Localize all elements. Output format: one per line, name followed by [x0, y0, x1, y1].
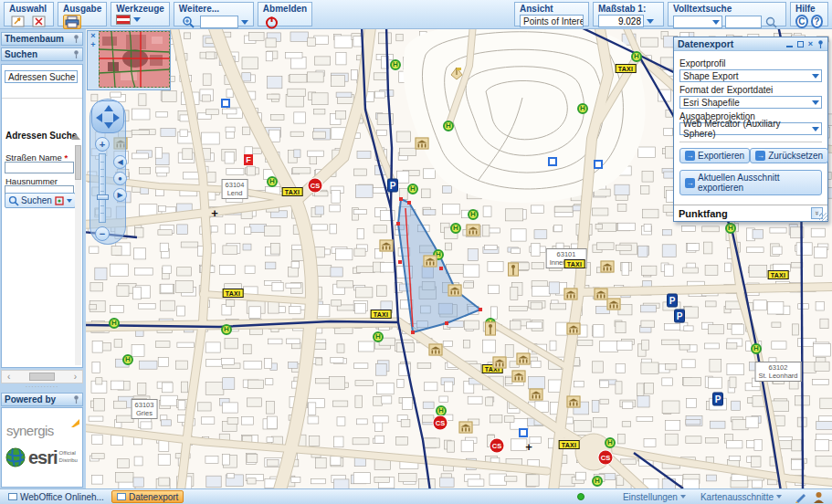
taxi-marker[interactable]: TAXI — [564, 259, 585, 268]
ansicht-select[interactable]: Points of Intere... — [520, 15, 584, 27]
zoom-in-button[interactable]: + — [95, 137, 110, 152]
sidebar-item-suchen[interactable]: Suchen — [1, 47, 83, 61]
search-type-select[interactable]: Adressen Suche — [5, 70, 78, 83]
bus-stop-marker[interactable]: H — [267, 176, 278, 187]
monument-marker[interactable] — [508, 263, 519, 277]
overview-map[interactable]: × + — [87, 30, 171, 90]
pan-north-icon[interactable] — [104, 105, 113, 111]
taxi-marker[interactable]: TAXI — [768, 270, 789, 279]
cs-marker[interactable]: CS — [309, 179, 322, 193]
format-select[interactable]: Esri Shapefile — [679, 96, 822, 109]
museum-marker[interactable] — [595, 289, 608, 300]
search-button[interactable]: Suchen — [5, 193, 76, 208]
flagpole-marker[interactable] — [450, 66, 463, 80]
cross-marker[interactable]: + — [525, 441, 532, 453]
museum-marker[interactable] — [530, 389, 543, 401]
blue-square-marker[interactable] — [548, 157, 557, 166]
horizontal-scrollbar[interactable]: ‹ › — [1, 370, 83, 383]
pan-south-icon[interactable] — [104, 122, 113, 129]
tab-datenexport[interactable]: Datenexport — [111, 490, 184, 503]
volltextsuche-search-icon[interactable] — [764, 15, 778, 29]
bus-stop-marker[interactable]: H — [443, 121, 454, 131]
pin-icon[interactable] — [73, 50, 79, 58]
scroll-right-icon[interactable]: › — [74, 372, 77, 382]
weitere-input[interactable] — [200, 16, 238, 28]
bus-stop-marker[interactable]: H — [751, 343, 762, 354]
museum-marker[interactable] — [467, 225, 480, 236]
taxi-marker[interactable]: TAXI — [371, 310, 392, 319]
bus-stop-marker[interactable]: H — [577, 103, 588, 114]
taxi-marker[interactable]: TAXI — [616, 64, 637, 73]
blue-square-marker[interactable] — [594, 160, 603, 169]
weitere-dropdown-caret[interactable] — [241, 20, 248, 25]
search-options-caret[interactable] — [67, 199, 72, 203]
bus-stop-marker[interactable]: H — [390, 59, 401, 70]
p-marker[interactable]: P — [387, 179, 398, 193]
bus-stop-marker[interactable]: H — [436, 405, 447, 416]
punktfang-section[interactable]: Punktfang » — [674, 205, 827, 221]
f-marker[interactable]: F — [244, 154, 253, 165]
volltextsuche-select[interactable] — [673, 16, 722, 28]
bus-stop-marker[interactable]: H — [468, 209, 479, 220]
bus-stop-marker[interactable]: H — [407, 184, 418, 194]
cross-marker[interactable]: + — [211, 207, 218, 219]
print-icon[interactable] — [63, 15, 81, 29]
user-icon[interactable] — [813, 491, 825, 503]
bus-stop-marker[interactable]: H — [109, 318, 120, 329]
scroll-up-icon[interactable] — [71, 134, 80, 140]
overview-move-icon[interactable]: + — [90, 41, 95, 49]
zoom-slider-handle[interactable] — [97, 194, 109, 200]
bus-stop-marker[interactable]: H — [373, 331, 384, 342]
blue-square-marker[interactable] — [221, 99, 230, 108]
bus-stop-marker[interactable]: H — [450, 223, 461, 234]
zuruecksetzen-button[interactable]: → Zurücksetzen — [750, 148, 828, 163]
overview-image[interactable] — [99, 31, 170, 88]
massstab-caret[interactable] — [647, 19, 654, 24]
cs-marker[interactable]: CS — [434, 416, 448, 430]
museum-marker[interactable] — [429, 344, 443, 356]
taxi-marker[interactable]: TAXI — [282, 187, 303, 196]
taxi-marker[interactable]: TAXI — [559, 440, 580, 449]
zoom-slider[interactable] — [99, 153, 106, 223]
bus-stop-marker[interactable]: H — [221, 324, 232, 335]
zoom-search-icon[interactable] — [179, 15, 197, 29]
previous-extent-button[interactable]: ◀ — [113, 155, 127, 169]
logout-power-icon[interactable] — [263, 15, 281, 29]
ausschnitt-exportieren-button[interactable]: → Aktuellen Ausschnitt exportieren — [679, 170, 822, 195]
museum-marker[interactable] — [601, 261, 615, 273]
pan-east-icon[interactable] — [113, 113, 120, 122]
museum-marker[interactable] — [607, 299, 621, 310]
monument-marker[interactable] — [485, 322, 496, 336]
datenexport-header[interactable]: Datenexport × — [674, 37, 827, 51]
resize-grip[interactable] — [819, 213, 827, 221]
scroll-left-icon[interactable]: ‹ — [7, 372, 10, 382]
museum-marker[interactable] — [512, 371, 526, 383]
pan-west-icon[interactable] — [96, 113, 102, 122]
bus-stop-marker[interactable]: H — [725, 223, 736, 234]
minimize-icon[interactable] — [786, 41, 793, 47]
exportprofil-select[interactable]: Shape Export — [679, 69, 822, 82]
museum-marker[interactable] — [459, 422, 473, 434]
bus-stop-marker[interactable]: H — [605, 437, 616, 448]
museum-marker[interactable] — [380, 240, 394, 252]
tab-weboffice[interactable]: WebOffice Onlineh... — [4, 490, 109, 503]
cs-marker[interactable]: CS — [490, 439, 504, 453]
bus-stop-marker[interactable]: H — [122, 354, 133, 365]
bus-stop-marker[interactable]: H — [592, 476, 603, 487]
restore-icon[interactable] — [797, 41, 804, 47]
sidebar-item-powered-by[interactable]: Powered by — [1, 393, 83, 406]
redline-pen-icon[interactable] — [795, 491, 807, 503]
austria-flag-icon[interactable] — [116, 15, 131, 25]
pin-icon[interactable] — [73, 395, 79, 404]
museum-marker[interactable] — [564, 289, 578, 300]
blue-square-marker[interactable] — [519, 428, 528, 437]
street-name-field[interactable] — [5, 162, 74, 173]
einstellungen-menu[interactable]: Einstellungen — [623, 492, 686, 502]
exportieren-button[interactable]: → Exportieren — [679, 148, 750, 163]
full-extent-button[interactable]: ● — [113, 172, 127, 185]
p-marker[interactable]: P — [667, 294, 678, 308]
panel-resize-handle[interactable]: ··········· — [1, 384, 83, 391]
museum-marker[interactable] — [493, 357, 507, 369]
close-icon[interactable]: × — [808, 40, 813, 48]
overview-close-icon[interactable]: × — [90, 32, 95, 40]
